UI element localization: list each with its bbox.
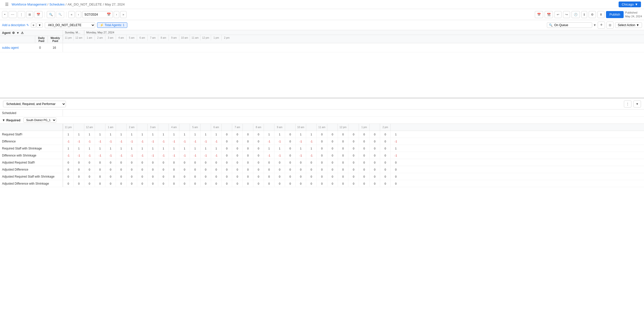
view-chevron-button[interactable]: ▼	[36, 23, 43, 28]
dot-button[interactable]: •	[2, 11, 8, 18]
data-cell: -1	[169, 152, 179, 159]
perf-time-slot-12-0: 11 am	[316, 124, 327, 131]
nav-next-button[interactable]: ›	[114, 11, 119, 18]
district-select[interactable]: South District PG_1	[23, 118, 56, 123]
required-chevron-icon[interactable]: ▼	[2, 118, 5, 122]
history-button[interactable]: 🕐	[572, 11, 580, 18]
schedule-select[interactable]: AK3_DO_NOT_DELETE	[45, 22, 95, 28]
data-cell: 0	[169, 166, 179, 173]
redo-button[interactable]: ↪	[563, 11, 570, 18]
data-cell: 0	[327, 173, 338, 180]
data-cell: -1	[390, 138, 401, 145]
row-label: Difference	[2, 140, 16, 143]
row-label: Adjusted Required Staff	[2, 161, 34, 164]
data-cell: 0	[253, 138, 264, 145]
zoom-out-button[interactable]: 🔍	[56, 11, 64, 18]
zoom-in-button[interactable]: 🔍	[47, 11, 55, 18]
data-cell: 0	[274, 159, 285, 166]
data-cell: 0	[306, 166, 316, 173]
calendar-button[interactable]: 📅	[34, 11, 43, 18]
data-cell: 0	[253, 166, 264, 173]
add-column-button[interactable]: +	[598, 22, 605, 29]
data-cell: 1	[95, 145, 105, 152]
queue-chevron-icon: ▼	[593, 23, 596, 27]
row-label: Adjusted Difference	[2, 168, 28, 171]
data-cell: -1	[126, 138, 137, 145]
data-cell: 0	[190, 173, 200, 180]
data-cell: -1	[63, 152, 73, 159]
data-cell: -1	[179, 138, 190, 145]
perf-time-slot-0-1	[73, 124, 84, 131]
time-labels-row: 11 pm12 am1 am2 am3 am4 am5 am6 am7 am8 …	[63, 35, 644, 40]
data-cell: 0	[158, 173, 169, 180]
breadcrumb-workforce[interactable]: Workforce Management	[12, 3, 47, 6]
performance-view-select[interactable]: Scheduled, Required, and Performance	[3, 101, 66, 107]
data-cell: 0	[200, 159, 211, 166]
data-cell: 0	[264, 173, 274, 180]
data-cell: 0	[253, 131, 264, 138]
data-cell: 1	[126, 131, 137, 138]
agent-time-label-3: 2 am	[95, 35, 105, 40]
grid-view-button[interactable]: ⊟	[607, 22, 614, 29]
agent-chevron-icon[interactable]: ▼	[16, 31, 19, 35]
agent-name[interactable]: subbu agent	[2, 46, 32, 49]
dots-button[interactable]: ⋯	[9, 11, 17, 18]
nav-last-button[interactable]: »	[120, 11, 127, 18]
filter-label: Total Agents: 1	[105, 23, 125, 27]
data-cell: 0	[327, 166, 338, 173]
menu-button[interactable]: ☰	[3, 1, 11, 8]
data-cell: 0	[285, 138, 295, 145]
perf-time-slot-0-0: 11 pm	[63, 124, 73, 131]
data-values-cells: -1-1-1-1-1-1-1-1-1-1-1-1-1-1-10000-1-10-…	[63, 152, 644, 159]
publish-button[interactable]: Publish	[606, 11, 624, 18]
calendar-icon-btn-2[interactable]: 📆	[545, 11, 553, 18]
data-cell: 0	[116, 166, 126, 173]
data-cell: 0	[63, 173, 73, 180]
info-icon[interactable]: ℹ	[21, 133, 22, 136]
data-cell: 0	[200, 166, 211, 173]
perf-collapse-button[interactable]: ▼	[633, 100, 641, 108]
data-cell: 0	[316, 131, 327, 138]
calendar-picker-button[interactable]: 📅	[105, 11, 112, 18]
perf-time-slot-1-1	[95, 124, 105, 131]
data-cell: 0	[338, 180, 348, 187]
data-cell: 0	[95, 173, 105, 180]
agent-time-label-14: 1 pm	[211, 35, 221, 40]
nav-first-button[interactable]: «	[68, 11, 75, 18]
data-cell: 1	[63, 145, 73, 152]
data-label-cell: Required Staff ℹ	[0, 131, 63, 138]
data-cell: 1	[95, 131, 105, 138]
toolbar: • ⋯ ⋮ ⊞ 📅 🔍 🔍 « ‹ 📅 › » 📅 📆 ↩ ↪ 🕐 ℹ ⚙ ⬇ …	[0, 9, 644, 20]
perf-more-button[interactable]: ⋮	[624, 100, 631, 108]
undo-button[interactable]: ↩	[554, 11, 561, 18]
day-section-header: Sunday, M... Monday, May 27, 2024	[63, 30, 644, 35]
queue-search-input[interactable]	[547, 22, 592, 28]
breadcrumb-schedules[interactable]: Schedules	[49, 3, 65, 6]
info-button[interactable]: ℹ	[581, 11, 587, 18]
data-cell: 0	[327, 152, 338, 159]
data-cell: -1	[169, 138, 179, 145]
calendar-icon-btn-1[interactable]: 📅	[535, 11, 543, 18]
date-input[interactable]	[83, 13, 105, 16]
select-action-button[interactable]: Select Action ▼	[615, 22, 642, 28]
perf-time-slot-6-1	[200, 124, 211, 131]
sub-toolbar: Add a description ✎ ≡ ▼ AK3_DO_NOT_DELET…	[0, 20, 644, 30]
settings-button[interactable]: ⚙	[589, 11, 596, 18]
header-left-cols: DailyPaid WeeklyPaid	[0, 36, 63, 43]
list-view-button[interactable]: ≡	[31, 23, 36, 28]
nav-prev-button[interactable]: ‹	[76, 11, 81, 18]
filter-button[interactable]: ⚡ Total Agents: 1	[97, 22, 127, 28]
location-button[interactable]: Chicago ▼	[619, 2, 641, 7]
agent-settings-icon[interactable]: ⚙	[12, 31, 15, 35]
agent-time-label-0: 11 pm	[63, 35, 73, 40]
info-icon[interactable]: ℹ	[34, 161, 35, 164]
data-cell: 1	[200, 131, 211, 138]
data-cell: 0	[274, 166, 285, 173]
add-description-link[interactable]: Add a description ✎	[2, 23, 29, 27]
data-cell: 0	[306, 180, 316, 187]
download-button[interactable]: ⬇	[597, 11, 605, 18]
published-label: Published	[625, 11, 642, 14]
data-cell: 0	[243, 159, 253, 166]
more-button[interactable]: ⋮	[18, 11, 25, 18]
grid-button[interactable]: ⊞	[26, 11, 33, 18]
